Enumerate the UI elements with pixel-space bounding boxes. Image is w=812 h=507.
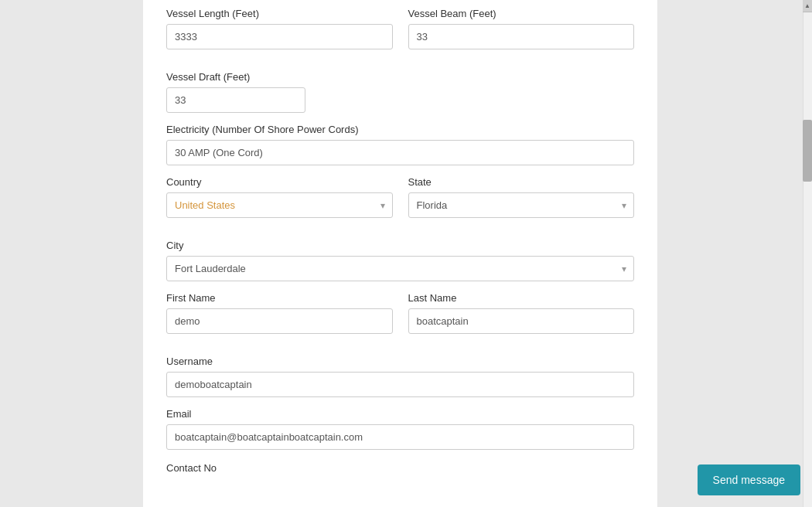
state-select-wrapper: Florida California New York Texas [408, 192, 635, 218]
country-select-wrapper: United States Canada United Kingdom Aust… [166, 192, 393, 218]
electricity-input[interactable] [166, 140, 634, 165]
city-group: City Fort Lauderdale Miami Orlando Tampa [166, 240, 634, 281]
state-group: State Florida California New York Texas [408, 176, 635, 218]
left-panel [0, 0, 143, 507]
username-input[interactable] [166, 372, 634, 397]
country-group: Country United States Canada United King… [166, 176, 393, 218]
username-group: Username [166, 356, 634, 397]
vessel-draft-group: Vessel Draft (Feet) [166, 71, 634, 113]
send-message-button[interactable]: Send message [698, 464, 800, 495]
vessel-draft-input[interactable] [166, 87, 305, 113]
country-select[interactable]: United States Canada United Kingdom Aust… [166, 192, 393, 218]
vessel-beam-input[interactable] [408, 24, 635, 49]
country-label: Country [166, 176, 393, 188]
last-name-group: Last Name [408, 292, 635, 334]
main-content: Vessel Length (Feet) Vessel Beam (Feet) … [143, 0, 657, 507]
email-label: Email [166, 408, 634, 420]
city-label: City [166, 240, 634, 251]
first-name-label: First Name [166, 292, 393, 304]
vessel-draft-label: Vessel Draft (Feet) [166, 71, 634, 83]
electricity-label: Electricity (Number Of Shore Power Cords… [166, 124, 634, 135]
city-select[interactable]: Fort Lauderdale Miami Orlando Tampa [166, 256, 634, 281]
vessel-beam-label: Vessel Beam (Feet) [408, 8, 635, 19]
state-label: State [408, 176, 635, 188]
scroll-up-arrow[interactable]: ▲ [803, 0, 812, 12]
vessel-dimensions-row: Vessel Length (Feet) Vessel Beam (Feet) [166, 8, 634, 60]
vessel-length-group: Vessel Length (Feet) [166, 8, 393, 49]
email-group: Email [166, 408, 634, 450]
last-name-label: Last Name [408, 292, 635, 304]
email-input[interactable] [166, 424, 634, 450]
first-name-input[interactable] [166, 308, 393, 334]
vessel-beam-group: Vessel Beam (Feet) [408, 8, 635, 49]
vessel-length-label: Vessel Length (Feet) [166, 8, 393, 19]
contact-label: Contact No [166, 462, 217, 474]
country-state-row: Country United States Canada United King… [166, 176, 634, 229]
vessel-length-input[interactable] [166, 24, 393, 49]
state-select[interactable]: Florida California New York Texas [408, 192, 635, 218]
contact-group: Contact No [166, 461, 634, 475]
scrollbar-thumb[interactable] [803, 120, 812, 182]
username-label: Username [166, 356, 634, 367]
name-row: First Name Last Name [166, 292, 634, 345]
electricity-group: Electricity (Number Of Shore Power Cords… [166, 124, 634, 165]
right-panel: ▲ Send message [657, 0, 812, 507]
first-name-group: First Name [166, 292, 393, 334]
last-name-input[interactable] [408, 308, 635, 334]
scrollbar-track[interactable]: ▲ [803, 0, 812, 507]
city-select-wrapper: Fort Lauderdale Miami Orlando Tampa [166, 256, 634, 281]
